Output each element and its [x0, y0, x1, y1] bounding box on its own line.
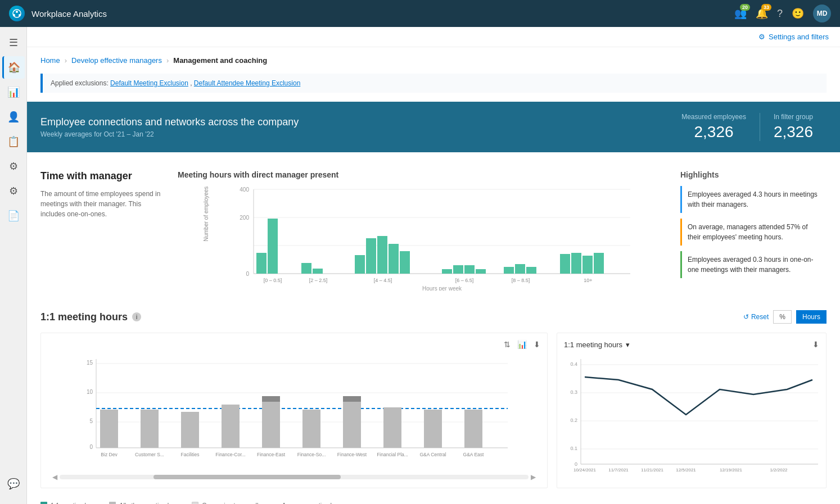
scroll-thumb[interactable] [153, 475, 341, 479]
legend-color-other-hours [109, 502, 116, 504]
svg-text:G&A East: G&A East [463, 452, 484, 457]
scroll-left[interactable]: ◀ [52, 473, 57, 481]
highlight-item-3: Employees averaged 0.3 hours in one-on-o… [680, 251, 827, 278]
hours-toggle[interactable]: Hours [796, 310, 827, 324]
svg-text:[4 – 4.5]: [4 – 4.5] [374, 278, 392, 283]
time-with-manager-section: Time with manager The amount of time emp… [27, 161, 840, 301]
sidebar-item-report[interactable]: 📄 [2, 205, 25, 227]
svg-text:0: 0 [575, 461, 577, 467]
svg-text:10+: 10+ [584, 278, 592, 283]
breadcrumb-parent[interactable]: Develop effective managers [71, 56, 162, 65]
scroll-track[interactable] [60, 475, 529, 479]
legend-item-avg: Average meeting hours [267, 502, 346, 504]
exclusions-prefix: Applied exclusions: [51, 79, 109, 87]
svg-text:[6 – 6.5]: [6 – 6.5] [455, 278, 474, 283]
y-axis-label: Number of employees [203, 186, 209, 241]
svg-rect-25 [476, 269, 486, 274]
download-button[interactable]: ⬇ [534, 340, 540, 349]
svg-text:10/24/2021: 10/24/2021 [573, 467, 597, 473]
app-logo [9, 6, 25, 21]
sidebar-item-library[interactable]: 📋 [2, 130, 25, 153]
measured-employees-label: Measured employees [681, 113, 746, 121]
reset-button[interactable]: ↺ Reset [743, 313, 769, 321]
svg-rect-14 [268, 219, 278, 274]
sidebar-item-people[interactable]: 👤 [2, 106, 25, 128]
sort-button[interactable]: ⇅ [504, 340, 511, 349]
measured-employees-stat: Measured employees 2,326 [668, 113, 760, 141]
notifications-bell[interactable]: 🔔 33 [756, 7, 768, 20]
highlights-title: Highlights [680, 170, 827, 179]
exclusion-link-1[interactable]: Default Meeting Exclusion [110, 79, 188, 87]
svg-rect-15 [301, 263, 311, 274]
chart-type-button[interactable]: 📊 [517, 340, 527, 349]
app-title: Workplace Analytics [31, 9, 728, 19]
notifications-green[interactable]: 👥 20 [734, 7, 747, 20]
help-icon[interactable]: ? [777, 8, 783, 20]
settings-bar: ⚙ Settings and filters [27, 27, 840, 47]
svg-text:Facilities: Facilities [180, 452, 199, 457]
chart-title: Meeting hours with direct manager presen… [178, 170, 667, 179]
info-icon[interactable]: i [132, 312, 141, 321]
svg-text:200: 200 [240, 215, 249, 221]
time-manager-title: Time with manager [40, 170, 164, 182]
svg-text:12/5/2021: 12/5/2021 [676, 467, 696, 473]
svg-rect-31 [582, 256, 593, 274]
svg-text:Hours per week: Hours per week [422, 285, 462, 290]
line-chart-download[interactable]: ⬇ [812, 340, 819, 349]
svg-rect-54 [222, 405, 240, 448]
employee-banner: Employee connections and networks across… [27, 102, 840, 152]
sidebar: ☰ 🏠 📊 👤 📋 ⚙ ⚙ 📄 💬 [0, 27, 27, 504]
svg-rect-28 [526, 267, 536, 274]
exclusions-sep: , [190, 79, 192, 87]
svg-rect-55 [262, 402, 280, 448]
svg-text:400: 400 [240, 187, 249, 193]
svg-text:10: 10 [87, 389, 93, 395]
filter-group-label: In filter group [774, 113, 813, 121]
svg-text:Financial Pla...: Financial Pla... [377, 452, 408, 457]
sidebar-item-bottom[interactable]: 💬 [2, 473, 25, 495]
sidebar-menu-toggle[interactable]: ☰ [2, 31, 25, 54]
legend-color-1-1-hours [40, 502, 47, 504]
highlight-item-1: Employees averaged 4.3 hours in meetings… [680, 186, 827, 213]
svg-text:0: 0 [246, 271, 249, 277]
scroll-right[interactable]: ▶ [531, 473, 536, 481]
highlight-item-2: On average, managers attended 57% of the… [680, 219, 827, 246]
svg-rect-59 [343, 396, 361, 402]
breadcrumb-home[interactable]: Home [40, 56, 60, 65]
svg-rect-51 [100, 410, 118, 448]
line-chart-dropdown[interactable]: 1:1 meeting hours ▾ [564, 340, 630, 349]
charts-row: ⇅ 📊 ⬇ 15 10 5 0 [27, 328, 840, 497]
sidebar-item-chart[interactable]: 📊 [2, 81, 25, 103]
bar-chart-panel: ⇅ 📊 ⬇ 15 10 5 0 [40, 333, 548, 488]
one-one-title-text: 1:1 meeting hours [40, 311, 128, 323]
user-avatar[interactable]: MD [813, 4, 831, 22]
green-badge: 20 [740, 4, 750, 11]
settings-filters-link[interactable]: ⚙ Settings and filters [758, 33, 829, 41]
legend-color-too-small [192, 502, 198, 504]
main-content: ⚙ Settings and filters Home › Develop ef… [27, 27, 840, 504]
sidebar-item-home[interactable]: 🏠 [2, 56, 25, 79]
sidebar-item-settings2[interactable]: ⚙ [2, 180, 25, 202]
sidebar-item-settings1[interactable]: ⚙ [2, 155, 25, 178]
svg-point-1 [16, 11, 18, 13]
svg-text:11/21/2021: 11/21/2021 [641, 467, 664, 473]
svg-rect-52 [141, 410, 159, 448]
smiley-icon[interactable]: 🙂 [792, 7, 804, 20]
one-one-title-group: 1:1 meeting hours i [40, 311, 141, 323]
banner-title: Employee connections and networks across… [40, 116, 299, 128]
exclusion-link-2[interactable]: Default Attendee Meeting Exclusion [194, 79, 300, 87]
svg-text:0.1: 0.1 [570, 446, 577, 451]
legend-item-too-small: Group size too small [192, 502, 258, 504]
svg-text:G&A Central: G&A Central [419, 452, 446, 457]
percent-toggle[interactable]: % [773, 310, 792, 324]
exclusions-notice: Applied exclusions: Default Meeting Excl… [40, 74, 827, 93]
reset-icon: ↺ [743, 313, 749, 321]
one-one-header: 1:1 meeting hours i ↺ Reset % Hours [27, 301, 840, 328]
svg-rect-57 [302, 410, 320, 448]
svg-text:Biz Dev: Biz Dev [101, 452, 118, 457]
legend-label-avg: Average meeting hours [282, 502, 346, 504]
svg-rect-58 [343, 402, 361, 448]
svg-rect-20 [389, 244, 399, 274]
line-chart-panel: 1:1 meeting hours ▾ ⬇ 0.4 0.3 0.2 0.1 0 [557, 333, 827, 488]
svg-rect-18 [366, 238, 376, 274]
